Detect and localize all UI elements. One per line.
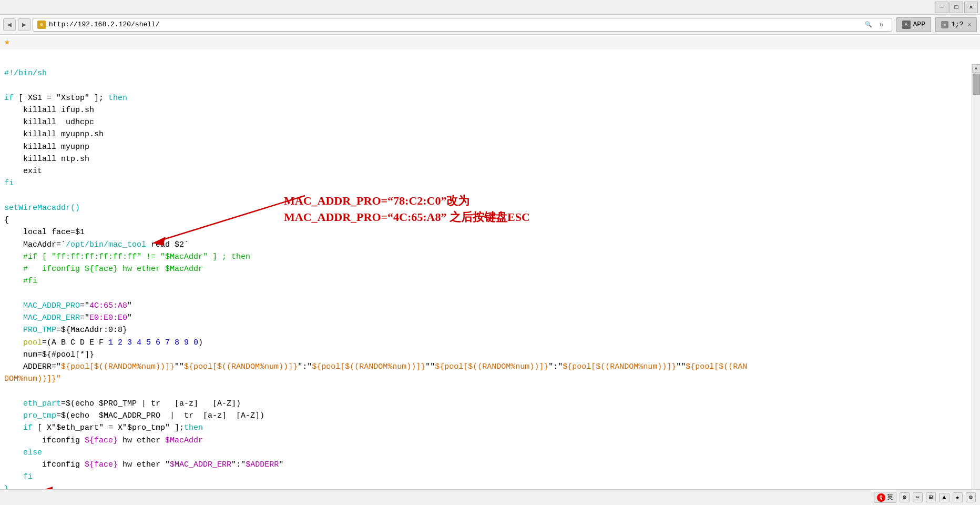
search-icon[interactable]: 🔍 (863, 19, 874, 31)
address-field[interactable]: e http://192.168.2.120/shell/ 🔍 ↻ (33, 18, 892, 32)
app-icon: A (902, 21, 911, 29)
kill5-line: killall ntp.sh (4, 153, 967, 165)
titlebar: ─ □ ✕ (0, 0, 980, 15)
else-line: else (4, 447, 967, 459)
func-decl-line: setWireMacaddr() (4, 202, 967, 214)
second-tab-addr[interactable]: e 1;? ✕ (935, 17, 977, 32)
fi1-line: fi (4, 177, 967, 189)
adderr-line: ADDERR="${pool[$((RANDOM%num))]}""${pool… (4, 361, 967, 373)
pro-tmp-line: PRO_TMP=${MacAddr:0:8} (4, 324, 967, 336)
app-button[interactable]: A APP (896, 17, 931, 32)
kill1-line: killall ifup.sh (4, 104, 967, 116)
blank1 (4, 79, 967, 92)
ifconfig2-line: ifconfig ${face} hw ether "$MAC_ADDR_ERR… (4, 459, 967, 471)
mac-addr-err-line: MAC_ADDR_ERR="E0:E0:E0" (4, 312, 967, 324)
forward-button[interactable]: ▶ (18, 18, 30, 31)
status-icon3[interactable]: ⊞ (926, 492, 936, 502)
blank4 (4, 386, 967, 398)
comment-ifconfig-line: # ifconfig ${face} hw ether $MacAddr (4, 263, 967, 275)
mac-addr-pro-line: MAC_ADDR_PRO="4C:65:A8" (4, 300, 967, 312)
settings-icon: ⚙ (903, 493, 906, 501)
macaddr-line: MacAddr=`/opt/bin/mac_tool read $2` (4, 239, 967, 251)
scroll-up-arrow[interactable]: ▲ (972, 64, 981, 73)
scrollbar-right[interactable]: ▲ ▼ (972, 64, 980, 505)
ifconfig1-line: ifconfig ${face} hw ether $MacAddr (4, 435, 967, 447)
second-tab-close[interactable]: ✕ (967, 21, 971, 28)
scroll-thumb[interactable] (973, 74, 980, 95)
favorites-star[interactable]: ★ (4, 36, 10, 47)
close-button[interactable]: ✕ (964, 2, 978, 13)
up-icon: ▲ (942, 494, 946, 501)
pool-line: pool=(A B C D E F 1 2 3 4 5 6 7 8 9 0) (4, 337, 967, 349)
kill2-line: killall udhcpc (4, 116, 967, 128)
lang-label: 英 (887, 493, 893, 502)
blank3 (4, 288, 967, 300)
fi2-line: fi (4, 471, 967, 483)
pro-tmp2-line: pro_tmp=$(echo $MAC_ADDR_PRO | tr [a-z] … (4, 410, 967, 422)
app-label: APP (913, 21, 925, 28)
security-icon: e (37, 21, 46, 29)
minimize-button[interactable]: ─ (935, 2, 948, 13)
adderr-cont-line: DOM%num))]}" (4, 373, 967, 385)
blank2 (4, 190, 967, 202)
fav-icon: ★ (956, 493, 959, 501)
shebang-line: #!/bin/sh (4, 67, 967, 79)
refresh-icon[interactable]: ↻ (876, 19, 887, 31)
comment-fi-line: #fi (4, 275, 967, 287)
kill4-line: killall myupnp (4, 141, 967, 153)
local-face-line: local face=$1 (4, 226, 967, 238)
cut-icon: ✂ (916, 493, 920, 501)
favorites-bar: ★ (0, 35, 980, 48)
status-icon5[interactable]: ★ (953, 492, 963, 502)
comment-if-line: #if [ "ff:ff:ff:ff:ff:ff" != "$MacAddr" … (4, 251, 967, 263)
if-eth-line: if [ X"$eth_part" = X"$pro_tmp" ];then (4, 422, 967, 434)
second-tab-label: 1;? (951, 21, 963, 28)
gear-icon: ⚙ (969, 493, 973, 501)
status-icon1[interactable]: ⚙ (900, 492, 910, 502)
status-icon6[interactable]: ⚙ (966, 492, 976, 502)
address-actions: 🔍 ↻ (863, 19, 887, 31)
num-line: num=${#pool[*]} (4, 349, 967, 361)
kill3-line: killall myupnp.sh (4, 128, 967, 140)
status-lang[interactable]: Q 英 (874, 492, 896, 503)
url-text: http://192.168.2.120/shell/ (49, 21, 860, 28)
brace-open-line: { (4, 214, 967, 226)
second-tab-icon: e (941, 21, 948, 28)
eth-part-line: eth_part=$(echo $PRO_TMP | tr [a-z] [A-Z… (4, 398, 967, 410)
status-icon4[interactable]: ▲ (939, 493, 949, 502)
address-bar: ◀ ▶ e http://192.168.2.120/shell/ 🔍 ↻ A … (0, 15, 980, 35)
grid-icon: ⊞ (929, 493, 933, 501)
back-button[interactable]: ◀ (3, 18, 16, 31)
status-icon2[interactable]: ✂ (913, 492, 923, 502)
status-bar: Q 英 ⚙ ✂ ⊞ ▲ ★ ⚙ (0, 489, 980, 505)
lang-icon: Q (877, 493, 885, 502)
code-area[interactable]: #!/bin/sh if [ X$1 = "Xstop" ]; then kil… (0, 64, 972, 505)
exit-line: exit (4, 165, 967, 177)
if-line: if [ X$1 = "Xstop" ]; then (4, 92, 967, 104)
maximize-button[interactable]: □ (950, 2, 963, 13)
